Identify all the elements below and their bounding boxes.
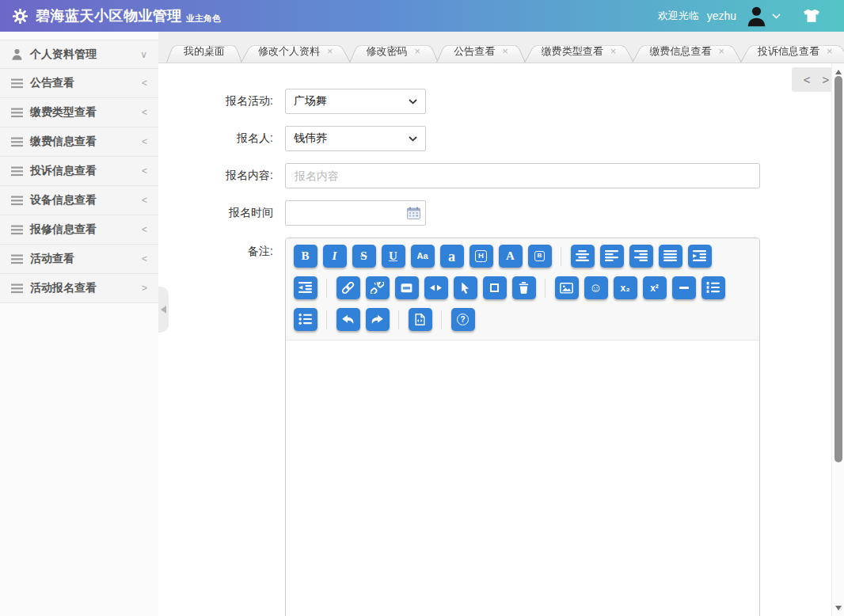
superscript-icon: x² xyxy=(650,283,659,293)
tab-1[interactable]: 我的桌面 xyxy=(166,40,242,63)
editor-body[interactable] xyxy=(286,340,759,616)
form-row-activity: 报名活动: 广场舞 xyxy=(158,89,844,114)
person-select[interactable]: 钱伟荞 xyxy=(285,126,426,151)
redo-button[interactable] xyxy=(366,308,390,331)
tab-close-icon[interactable]: × xyxy=(827,46,833,56)
select-cursor-button[interactable] xyxy=(454,276,477,299)
scroll-down-arrow-icon[interactable] xyxy=(835,606,842,610)
undo-button[interactable] xyxy=(336,308,360,331)
font-size-icon: Aa xyxy=(416,252,428,260)
heading-icon: H xyxy=(475,250,487,261)
indent-button[interactable] xyxy=(688,245,712,268)
sidebar-item-7[interactable]: 报修信息查看< xyxy=(0,215,158,245)
sidebar-item-1[interactable]: 个人资料管理∨ xyxy=(0,40,158,69)
tab-scroll-right-button[interactable]: > xyxy=(822,74,829,86)
font-family-button[interactable]: a xyxy=(440,245,464,268)
trash-button[interactable] xyxy=(512,276,536,299)
tab-5[interactable]: 缴费类型查看× xyxy=(524,40,634,63)
align-right-button[interactable] xyxy=(629,245,653,268)
calendar-icon[interactable] xyxy=(407,207,420,219)
sidebar-item-4[interactable]: 缴费信息查看< xyxy=(0,127,158,157)
align-left-button[interactable] xyxy=(600,245,624,268)
help-button[interactable]: ? xyxy=(451,308,475,331)
tab-label: 修改密码 xyxy=(367,44,408,59)
subscript-button[interactable]: x₂ xyxy=(614,276,637,299)
tab-close-icon[interactable]: × xyxy=(718,46,724,56)
code-button[interactable] xyxy=(424,276,448,299)
outdent-button[interactable] xyxy=(294,276,317,299)
sidebar-item-8[interactable]: 活动查看< xyxy=(0,245,158,274)
embed-button[interactable] xyxy=(395,276,419,299)
background-color-icon: B xyxy=(534,251,545,261)
user-avatar-icon[interactable] xyxy=(746,6,767,27)
sidebar-item-2[interactable]: 公告查看< xyxy=(0,69,158,98)
editor-toolbar-row: ☺x₂x² xyxy=(291,276,755,299)
heading-button[interactable]: H xyxy=(470,245,493,268)
link-button[interactable] xyxy=(336,276,360,299)
editor-toolbar-row: ? xyxy=(291,308,755,331)
scroll-up-arrow-icon[interactable] xyxy=(835,70,842,74)
content-input[interactable] xyxy=(285,163,760,188)
ordered-list-button[interactable] xyxy=(701,276,725,299)
tab-label: 我的桌面 xyxy=(184,44,225,59)
toolbar-separator xyxy=(441,310,442,329)
sidebar-item-3[interactable]: 缴费类型查看< xyxy=(0,98,158,127)
font-color-button[interactable]: A xyxy=(499,245,523,268)
underline-button[interactable]: U xyxy=(382,245,405,268)
tab-scroll-left-button[interactable]: < xyxy=(804,74,811,86)
image-button[interactable] xyxy=(555,276,579,299)
align-right-icon xyxy=(634,250,648,262)
box-button[interactable] xyxy=(483,276,507,299)
tab-3[interactable]: 修改密码× xyxy=(349,40,439,63)
horizontal-rule-button[interactable] xyxy=(672,276,696,299)
strikethrough-button[interactable]: S xyxy=(352,245,376,268)
emoji-button[interactable]: ☺ xyxy=(584,276,608,299)
menu-icon xyxy=(11,108,30,118)
superscript-button[interactable]: x² xyxy=(643,276,667,299)
chevron-icon: < xyxy=(142,107,147,118)
unordered-list-button[interactable] xyxy=(294,308,317,331)
chevron-icon: < xyxy=(142,195,147,206)
chevron-icon: < xyxy=(142,136,147,147)
tab-2[interactable]: 修改个人资料× xyxy=(241,40,351,63)
chevron-icon: < xyxy=(142,224,147,235)
sidebar-collapse-handle[interactable] xyxy=(158,287,169,333)
background-color-button[interactable]: B xyxy=(528,245,552,268)
tab-close-icon[interactable]: × xyxy=(610,46,617,56)
scrollbar-thumb[interactable] xyxy=(834,76,842,462)
sidebar-menu: 个人资料管理∨公告查看<缴费类型查看<缴费信息查看<投诉信息查看<设备信息查看<… xyxy=(0,40,158,303)
tab-6[interactable]: 缴费信息查看× xyxy=(632,40,742,63)
font-size-button[interactable]: Aa xyxy=(411,245,435,268)
align-center-button[interactable] xyxy=(571,245,595,268)
tab-7[interactable]: 投诉信息查看× xyxy=(740,40,844,63)
toolbar-separator xyxy=(561,247,561,266)
select-chevron-icon xyxy=(409,99,417,105)
document-button[interactable] xyxy=(409,308,432,331)
tab-close-icon[interactable]: × xyxy=(327,46,333,56)
sidebar-item-5[interactable]: 投诉信息查看< xyxy=(0,157,158,186)
theme-tshirt-icon[interactable] xyxy=(803,9,820,23)
sidebar-item-9[interactable]: 活动报名查看> xyxy=(0,274,158,303)
tab-close-icon[interactable]: × xyxy=(415,46,421,56)
chevron-down-icon[interactable] xyxy=(772,13,781,19)
bold-button[interactable]: B xyxy=(294,245,317,268)
align-center-icon xyxy=(576,250,589,262)
gear-icon xyxy=(13,9,28,24)
italic-button[interactable]: I xyxy=(323,245,347,268)
time-input[interactable] xyxy=(285,200,426,226)
align-justify-button[interactable] xyxy=(659,245,682,268)
welcome-text: 欢迎光临 xyxy=(658,9,699,23)
activity-select-value: 广场舞 xyxy=(294,94,327,108)
link-icon xyxy=(341,282,355,294)
activity-select[interactable]: 广场舞 xyxy=(285,89,426,114)
tab-4[interactable]: 公告查看× xyxy=(436,40,526,63)
sidebar-item-6[interactable]: 设备信息查看< xyxy=(0,186,158,215)
editor-toolbar-row: BISUAaaHAB xyxy=(291,245,755,268)
ordered-list-icon xyxy=(706,282,720,294)
select-chevron-icon xyxy=(409,136,417,142)
menu-icon xyxy=(11,225,30,235)
tab-close-icon[interactable]: × xyxy=(502,46,508,56)
unlink-button[interactable] xyxy=(366,276,390,299)
indent-icon xyxy=(693,250,706,262)
content-area: 我的桌面修改个人资料×修改密码×公告查看×缴费类型查看×缴费信息查看×投诉信息查… xyxy=(158,32,844,616)
